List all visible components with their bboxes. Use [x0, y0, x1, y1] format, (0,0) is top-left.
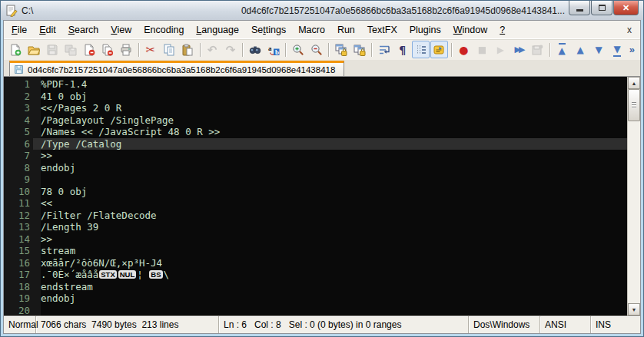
editor-line-2[interactable]: 241 0 obj	[4, 91, 627, 103]
save-all-button[interactable]	[62, 41, 80, 58]
editor-line-13[interactable]: 13/Length 39	[4, 221, 627, 233]
title-bar: C:\ 0d4c6fc7b2157251047a0e56866bc6ba3a51…	[1, 1, 643, 20]
control-char-bs: BS	[149, 270, 162, 279]
editor-line-12[interactable]: 12/Filter /FlateDecode	[4, 210, 627, 222]
editor-line-6[interactable]: 6/Type /Catalog	[4, 138, 627, 150]
menu-run[interactable]: Run	[331, 23, 361, 37]
sync-vertical-scroll-button[interactable]	[332, 41, 350, 58]
zoom-out-button[interactable]	[307, 41, 325, 58]
editor-line-5[interactable]: 5/Names << /JavaScript 48 0 R >>	[4, 126, 627, 138]
macro-stop-icon: ■	[478, 44, 486, 56]
sync-horizontal-scroll-button[interactable]	[350, 41, 368, 58]
scroll-up-button[interactable]: ▲	[628, 77, 640, 89]
resize-grip[interactable]	[630, 323, 640, 333]
sync-vertical-scroll-icon	[335, 44, 347, 56]
tab-active-document[interactable]: 0d4c6fc7b2157251047a0e56866bc6ba3a5168b2…	[9, 61, 344, 76]
goto-first-button[interactable]: ▲	[553, 41, 571, 58]
macro-save-button[interactable]	[529, 41, 546, 58]
menu-encoding[interactable]: Encoding	[138, 23, 190, 37]
goto-prev-button[interactable]: ▲	[572, 41, 589, 58]
toolbar-separator	[371, 43, 372, 57]
toolbar-overflow-chevron[interactable]: »	[627, 44, 637, 55]
menu-language[interactable]: Language	[190, 23, 245, 37]
editor-line-19[interactable]: 19endobj	[4, 292, 627, 305]
menubar-close-button[interactable]: x	[622, 23, 637, 36]
macro-play-button[interactable]: ▶	[492, 41, 510, 58]
editor-line-17[interactable]: 17.¯0È×´æåâåSTXNUL¦ BS\	[4, 269, 627, 281]
save-file-button[interactable]	[44, 41, 61, 58]
undo-button[interactable]: ↶	[204, 41, 221, 58]
close-button[interactable]: ✕	[613, 1, 639, 15]
menu-edit[interactable]: Edit	[33, 23, 62, 37]
goto-last-button[interactable]: ▼	[609, 41, 626, 58]
svg-text:a: a	[268, 44, 272, 51]
paste-icon	[181, 44, 194, 56]
toolbar-separator	[328, 43, 329, 57]
replace-button[interactable]: ab	[264, 41, 282, 58]
open-file-icon	[28, 44, 40, 56]
user-defined-dialog-button[interactable]	[430, 41, 448, 58]
window-frame: FileEditSearchViewEncodingLanguageSettin…	[1, 20, 643, 336]
editor-line-18[interactable]: 18endstream	[4, 281, 627, 293]
menu-help[interactable]: ?	[493, 23, 511, 37]
line-text: /Names << /JavaScript 48 0 R >>	[33, 126, 627, 138]
scroll-down-button[interactable]: ▼	[628, 303, 640, 316]
editor-line-16[interactable]: 16xœãår/²ôò6N/Œ,×p³H-J4	[4, 257, 627, 269]
redo-button[interactable]: ↷	[221, 41, 239, 58]
zoom-in-button[interactable]	[289, 41, 307, 58]
word-wrap-button[interactable]	[375, 41, 393, 58]
close-file-icon	[83, 44, 95, 56]
macro-stop-button[interactable]: ■	[473, 41, 491, 58]
editor-line-7[interactable]: 7>>	[4, 150, 627, 162]
close-all-button[interactable]	[99, 41, 117, 58]
scrollbar-grip	[632, 102, 636, 103]
show-indent-guide-button[interactable]	[412, 41, 430, 58]
menu-settings[interactable]: Settings	[245, 23, 292, 37]
menu-file[interactable]: File	[5, 23, 33, 37]
status-insert-mode: INS	[591, 316, 640, 333]
close-file-button[interactable]	[81, 41, 98, 58]
minimize-button[interactable]	[569, 1, 590, 15]
vertical-scrollbar[interactable]: ▲ ▼	[627, 77, 640, 316]
editor-line-1[interactable]: 1%PDF-1.4	[4, 78, 627, 91]
editor-line-15[interactable]: 15stream	[4, 245, 627, 257]
editor-line-8[interactable]: 8endobj	[4, 162, 627, 174]
menu-window[interactable]: Window	[447, 23, 493, 37]
save-all-icon	[65, 44, 77, 56]
maximize-button[interactable]	[591, 1, 612, 15]
scrollbar-thumb[interactable]	[628, 89, 640, 121]
editor-line-3[interactable]: 3<</Pages 2 0 R	[4, 102, 627, 114]
scrollbar-track[interactable]	[628, 89, 640, 303]
window-controls: ✕	[568, 1, 643, 20]
status-cursor-position: Ln : 6 Col : 8 Sel : 0 (0 bytes) in 0 ra…	[219, 316, 469, 333]
menu-textfx[interactable]: TextFX	[361, 23, 403, 37]
menu-view[interactable]: View	[105, 23, 138, 37]
show-all-characters-button[interactable]: ¶	[393, 41, 411, 58]
cut-button[interactable]: ✂	[142, 41, 160, 58]
editor-line-20[interactable]: 20	[4, 305, 627, 316]
macro-run-multiple-button[interactable]: ▶▶	[510, 41, 528, 58]
editor-line-10[interactable]: 1078 0 obj	[4, 186, 627, 198]
menu-plugins[interactable]: Plugins	[403, 23, 447, 37]
line-number: 6	[4, 138, 33, 150]
editor-line-11[interactable]: 11<<	[4, 197, 627, 210]
editor[interactable]: 1%PDF-1.4241 0 obj3<</Pages 2 0 R4/PageL…	[4, 77, 627, 316]
editor-line-9[interactable]: 9	[4, 173, 627, 186]
print-button[interactable]	[118, 41, 135, 58]
editor-line-4[interactable]: 4/PageLayout /SinglePage	[4, 114, 627, 127]
copy-button[interactable]	[161, 41, 178, 58]
editor-line-14[interactable]: 14>>	[4, 233, 627, 246]
macro-save-icon	[531, 44, 543, 56]
open-file-button[interactable]	[25, 41, 43, 58]
line-number: 19	[4, 292, 33, 305]
macro-record-button[interactable]: ●	[455, 41, 473, 58]
line-number: 17	[4, 269, 33, 281]
line-text: <</Pages 2 0 R	[33, 102, 627, 114]
menu-macro[interactable]: Macro	[292, 23, 331, 37]
goto-next-button[interactable]: ▼	[590, 41, 608, 58]
menu-search[interactable]: Search	[62, 23, 105, 37]
saved-doc-icon	[14, 64, 24, 74]
find-button[interactable]	[246, 41, 264, 58]
new-file-button[interactable]	[7, 41, 25, 58]
paste-button[interactable]	[179, 41, 197, 58]
